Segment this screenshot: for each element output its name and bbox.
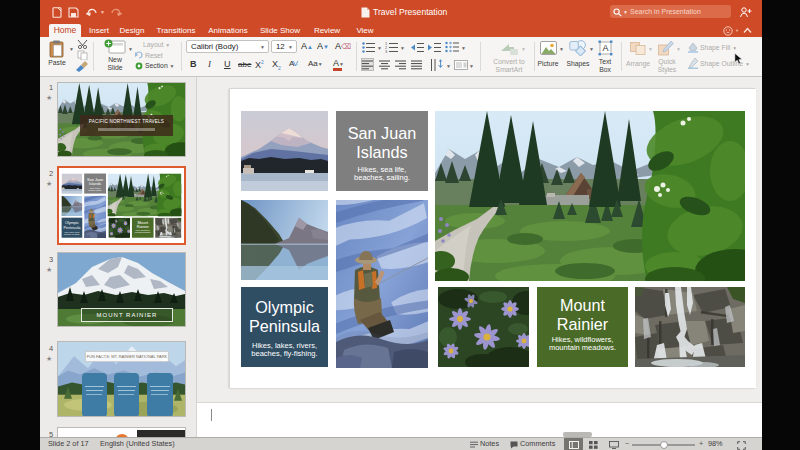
svg-text:A: A <box>603 43 609 53</box>
svg-text:3: 3 <box>385 49 388 53</box>
